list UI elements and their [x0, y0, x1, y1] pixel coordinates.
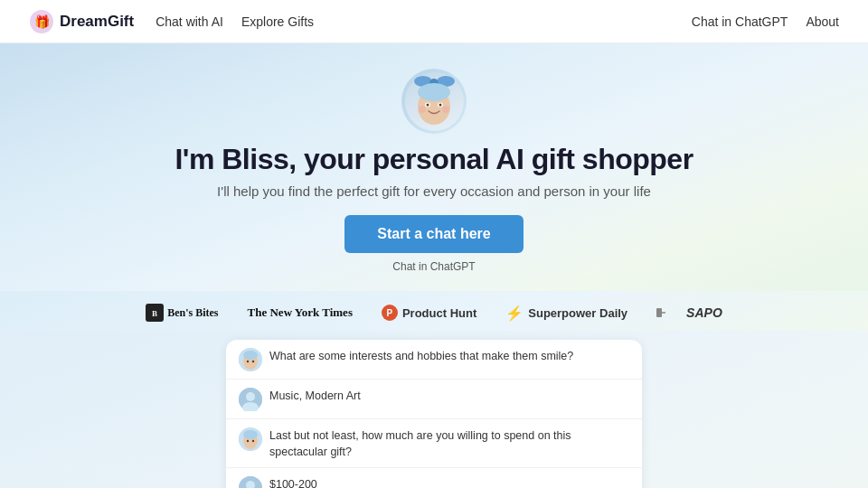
chat-message-4: $100-200 — [226, 468, 642, 488]
hero-section: I'm Bliss, your personal AI gift shopper… — [0, 43, 868, 291]
logo-superpower-daily: ⚡ Superpower Daily — [505, 305, 627, 322]
logo-bens-bites: B Ben's Bites — [146, 304, 218, 322]
bens-bites-icon: B — [146, 304, 164, 322]
nav-about[interactable]: About — [806, 14, 839, 29]
logos-strip: B Ben's Bites The New York Times P Produ… — [0, 291, 868, 331]
svg-point-19 — [243, 351, 258, 360]
svg-point-12 — [442, 106, 449, 113]
logo-sapo: SAPO — [656, 305, 722, 321]
logo-text: DreamGift — [60, 13, 134, 31]
chat-message-2: Music, Modern Art — [226, 380, 642, 419]
ph-label: Product Hunt — [402, 306, 476, 320]
nav-chat-ai[interactable]: Chat with AI — [156, 14, 223, 29]
navbar: 🎁 DreamGift Chat with AI Explore Gifts C… — [0, 0, 868, 43]
ai-avatar-1 — [239, 348, 262, 371]
logo[interactable]: 🎁 DreamGift — [29, 9, 134, 34]
chat-message-1: What are some interests and hobbies that… — [226, 340, 642, 380]
chat-text-3: Last but not least, how much are you wil… — [269, 427, 629, 460]
ph-icon: P — [382, 305, 398, 321]
spd-icon: ⚡ — [505, 305, 524, 322]
chat-text-1: What are some interests and hobbies that… — [269, 347, 573, 365]
bliss-avatar-small-2 — [239, 427, 262, 451]
logo-product-hunt: P Product Hunt — [382, 305, 476, 321]
sapo-label: SAPO — [686, 305, 722, 320]
bliss-avatar-small — [239, 348, 262, 371]
svg-point-11 — [419, 106, 426, 113]
svg-text:B: B — [152, 309, 157, 318]
bliss-avatar — [401, 69, 467, 134]
chat-message-3: Last but not least, how much are you wil… — [226, 419, 642, 468]
svg-point-27 — [243, 430, 258, 439]
bliss-avatar-svg — [405, 72, 464, 131]
svg-point-20 — [247, 361, 249, 362]
nav-right-links: Chat in ChatGPT About — [692, 14, 839, 29]
logo-icon: 🎁 — [29, 9, 54, 34]
chat-panel: What are some interests and hobbies that… — [226, 340, 642, 488]
nav-chat-chatgpt[interactable]: Chat in ChatGPT — [692, 14, 788, 29]
cta-button[interactable]: Start a chat here — [344, 215, 523, 253]
svg-point-23 — [246, 392, 255, 401]
logo-nyt: The New York Times — [248, 305, 353, 320]
user-avatar-1 — [239, 388, 262, 411]
svg-point-10 — [439, 103, 441, 106]
chat-panel-wrap: What are some interests and hobbies that… — [0, 331, 868, 488]
svg-text:🎁: 🎁 — [34, 14, 51, 30]
user-avatar-2 — [239, 476, 262, 488]
spd-label: Superpower Daily — [528, 306, 627, 320]
svg-rect-15 — [656, 308, 662, 317]
user-avatar-svg-1 — [239, 388, 262, 411]
bens-bites-label: Ben's Bites — [167, 306, 218, 320]
nyt-label: The New York Times — [248, 305, 353, 320]
chat-text-2: Music, Modern Art — [269, 387, 361, 405]
ai-avatar-2 — [239, 427, 262, 451]
svg-point-9 — [426, 103, 429, 106]
cta-sub: Chat in ChatGPT — [392, 260, 475, 273]
hero-subtitle: I'll help you find the perfect gift for … — [217, 183, 651, 199]
chat-text-4: $100-200 — [269, 475, 317, 488]
svg-point-28 — [247, 440, 249, 442]
nav-explore-gifts[interactable]: Explore Gifts — [241, 14, 314, 29]
user-avatar-svg-2 — [239, 476, 262, 488]
svg-point-6 — [418, 83, 450, 101]
sapo-icon — [656, 305, 682, 321]
svg-point-29 — [252, 440, 254, 442]
svg-point-21 — [252, 361, 254, 362]
nav-left-links: Chat with AI Explore Gifts — [156, 14, 314, 29]
hero-title: I'm Bliss, your personal AI gift shopper — [175, 143, 693, 176]
